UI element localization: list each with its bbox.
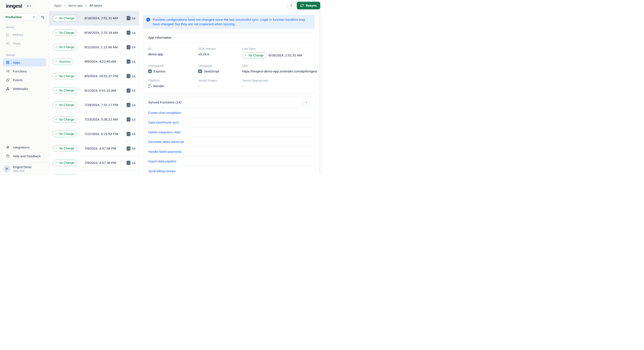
- check-icon: [55, 31, 57, 34]
- field-vercel-project: Vercel Project -: [198, 79, 242, 88]
- function-count: 14: [126, 30, 135, 35]
- sync-timestamp: 8/11/2024, 1:12:49 AM: [84, 45, 124, 49]
- function-link[interactable]: Import data pipeline: [143, 156, 315, 166]
- command-k-shortcut[interactable]: ⌘ K: [25, 4, 33, 8]
- app-information-card: App Information ID demo-app SDK Version …: [143, 32, 315, 93]
- sidebar-item-metrics[interactable]: Metrics: [3, 30, 46, 39]
- info-banner-text: Function configurations have not changed…: [153, 17, 312, 26]
- collapse-button[interactable]: [303, 99, 310, 106]
- sidebar-item-runs[interactable]: Runs: [3, 39, 46, 47]
- info-banner: Function configurations have not changed…: [143, 15, 315, 29]
- sidebar-item-label: Help and Feedback: [13, 154, 40, 158]
- breadcrumb: Apps demo-app All syncs: [54, 3, 102, 8]
- field-label: Vercel Deployment: [242, 79, 317, 82]
- status-badge: No Change: [52, 15, 77, 21]
- app-information-header: App Information: [143, 32, 315, 43]
- sidebar-item-apps[interactable]: Apps: [3, 58, 46, 66]
- sync-timestamp: 8/16/2024, 2:51:31 AM: [84, 16, 124, 20]
- sidebar-item-webhooks[interactable]: Webhooks: [3, 85, 46, 93]
- sync-timestamp: 8/1/2024, 6:51:15 AM: [84, 89, 124, 92]
- field-sdk-version: SDK Version v3.16.0: [198, 47, 242, 58]
- sync-row[interactable]: No Change 8/11/2024, 1:12:49 AM 14: [49, 40, 139, 54]
- status-badge: No Change: [52, 174, 77, 175]
- topbar-actions: Resync: [287, 2, 320, 9]
- field-vercel-deployment: Vercel Deployment -: [242, 79, 317, 88]
- function-count: 14: [126, 146, 135, 151]
- user-account-row[interactable]: IN Inngest Demo John Doe: [0, 163, 49, 175]
- sync-row[interactable]: No Change 7/9/2024, 4:47:38 PM 14: [49, 156, 139, 170]
- code-icon: [126, 88, 130, 93]
- apps-grid-icon: [6, 60, 10, 64]
- chevron-up-icon: [305, 101, 308, 104]
- sync-row[interactable]: No Change 7/29/2024, 7:51:17 PM 14: [49, 98, 139, 112]
- scrollbar-gutter[interactable]: [319, 11, 322, 175]
- sync-row[interactable]: No Change 8/1/2024, 6:51:15 AM 14: [49, 83, 139, 98]
- check-icon: [55, 89, 57, 92]
- user-info: Inngest Demo John Doe: [13, 165, 32, 172]
- field-value: https://inngest-demo-app.onrender.com/ap…: [242, 69, 317, 73]
- resync-button[interactable]: Resync: [297, 2, 320, 9]
- render-icon: [148, 84, 152, 88]
- sidebar-item-integrations[interactable]: Integrations: [3, 143, 46, 151]
- app-root: inngest ⌘ K Production Monitor Metrics: [0, 0, 322, 175]
- sidebar-item-functions[interactable]: Functions: [3, 67, 46, 75]
- function-link[interactable]: Delete integration data: [143, 127, 315, 137]
- field-value: v3.16.0: [198, 52, 242, 56]
- sidebar-item-events[interactable]: Events: [3, 76, 46, 84]
- field-last-sync: Last Sync No Change 8/16/2024, 2:51:31 A…: [242, 47, 317, 58]
- status-badge: No Change: [52, 29, 77, 36]
- environment-value: Production: [6, 15, 22, 19]
- field-label: ID: [148, 47, 198, 50]
- status-badge: Success: [52, 58, 73, 65]
- refresh-icon: [300, 4, 304, 7]
- function-link[interactable]: Handle failed payments: [143, 147, 315, 157]
- sync-timestamp: 7/9/2024, 4:47:38 PM: [84, 161, 124, 165]
- function-link[interactable]: Generate video transcript: [143, 137, 315, 147]
- field-label: Last Sync: [242, 47, 317, 50]
- check-icon: [55, 75, 57, 77]
- function-link[interactable]: Data warehouse sync: [143, 117, 315, 127]
- plug-icon: [6, 145, 10, 149]
- sync-row[interactable]: No Change 8/16/2024, 2:51:31 AM 14: [49, 11, 139, 26]
- sync-timestamp: 7/9/2024, 4:47:59 PM: [84, 147, 124, 150]
- status-badge: No Change: [52, 116, 77, 123]
- function-link[interactable]: Create chat completion: [143, 108, 315, 118]
- code-icon: [126, 45, 130, 49]
- sync-row[interactable]: No Change 7/23/2024, 5:35:22 AM 14: [49, 112, 139, 127]
- right-pane: Apps demo-app All syncs Resync: [49, 0, 322, 175]
- sync-row[interactable]: No Change 7/22/2024, 6:21:53 PM 14: [49, 127, 139, 141]
- code-icon: [126, 74, 130, 78]
- logo-row: inngest ⌘ K: [3, 0, 46, 9]
- sync-row[interactable]: No Change 7/9/2024, 4:09:07 PM 14: [49, 170, 139, 175]
- field-label: SDK Version: [198, 47, 242, 50]
- more-options-button[interactable]: [287, 2, 295, 9]
- field-value: ex Express: [148, 69, 198, 73]
- help-circle-icon: [6, 154, 10, 158]
- breadcrumb-apps[interactable]: Apps: [54, 4, 61, 7]
- synced-functions-header: Synced Functions (14): [143, 97, 315, 108]
- check-icon: [55, 162, 57, 164]
- info-icon: [146, 18, 150, 21]
- sync-row[interactable]: No Change 8/5/2024, 10:51:27 PM 14: [49, 69, 139, 83]
- breadcrumb-all-syncs: All syncs: [89, 4, 102, 7]
- field-value: -: [198, 84, 242, 88]
- sync-row[interactable]: Success 8/6/2024, 4:22:45 AM 14: [49, 54, 139, 69]
- code-icon: [126, 103, 130, 107]
- breadcrumb-demo-app[interactable]: demo-app: [68, 4, 83, 7]
- field-label: Platform: [148, 79, 198, 82]
- check-icon: [55, 133, 57, 135]
- function-count: 14: [126, 88, 135, 93]
- sync-row[interactable]: No Change 8/16/2024, 2:32:18 AM 14: [49, 26, 139, 40]
- function-count: 14: [126, 74, 135, 78]
- environment-settings-button[interactable]: [39, 13, 46, 21]
- code-icon: [126, 161, 130, 165]
- check-icon: [55, 118, 57, 121]
- field-label: URL: [242, 64, 317, 67]
- environment-selector[interactable]: Production: [3, 13, 38, 21]
- sync-row[interactable]: No Change 7/9/2024, 4:47:59 PM 14: [49, 141, 139, 156]
- field-value: demo-app: [148, 52, 198, 56]
- sidebar-item-help[interactable]: Help and Feedback: [3, 152, 46, 160]
- field-language: Language JS JavaScript: [198, 64, 242, 73]
- card-title: App Information: [148, 36, 172, 39]
- function-link[interactable]: Send billing receipt: [143, 166, 315, 175]
